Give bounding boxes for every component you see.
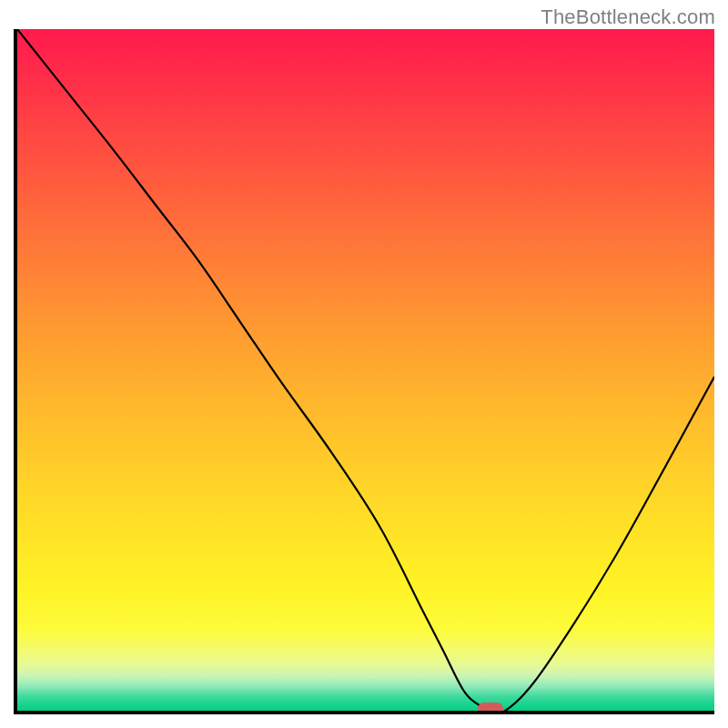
optimal-marker [478, 703, 503, 714]
watermark-text: TheBottleneck.com [541, 5, 715, 29]
plot-area [14, 29, 714, 714]
bottleneck-curve [17, 29, 714, 711]
